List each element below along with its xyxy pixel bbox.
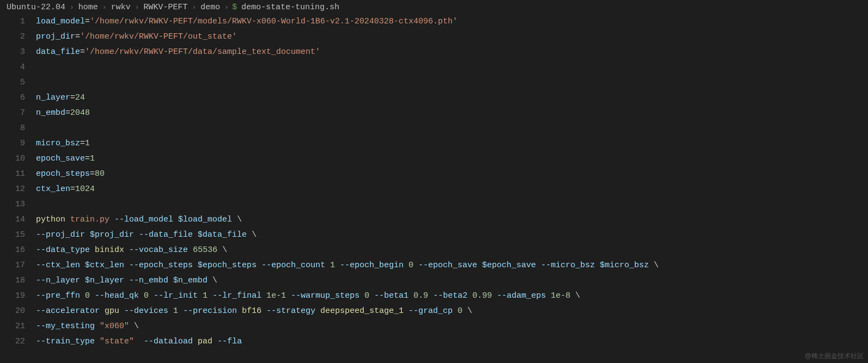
line-number-gutter: 12345678910111213141516171819202122 [0,14,34,363]
line-number: 17 [0,258,25,273]
breadcrumb-item[interactable]: home [76,3,100,12]
code-line[interactable]: n_embd=2048 [36,106,868,121]
line-number: 11 [0,167,25,182]
code-line[interactable]: --n_layer $n_layer --n_embd $n_embd \ [36,273,868,288]
line-number: 4 [0,60,25,75]
chevron-right-icon: › [101,3,108,11]
breadcrumb-item[interactable]: Ubuntu-22.04 [4,3,68,12]
code-line[interactable]: --train_type "state" --dataload pad --fl… [36,334,868,349]
code-line[interactable]: data_file='/home/rwkv/RWKV-PEFT/data/sam… [36,45,868,60]
code-line[interactable]: --ctx_len $ctx_len --epoch_steps $epoch_… [36,258,868,273]
code-line[interactable] [36,75,868,90]
line-number: 10 [0,151,25,167]
line-number: 20 [0,304,25,319]
code-line[interactable] [36,121,868,136]
chevron-right-icon: › [223,3,230,11]
code-line[interactable]: micro_bsz=1 [36,136,868,151]
code-line[interactable]: --data_type binidx --vocab_size 65536 \ [36,243,868,258]
line-number: 15 [0,227,25,243]
breadcrumb-item[interactable]: rwkv [109,3,133,12]
shell-file-icon: $ [231,3,238,12]
line-number: 5 [0,75,25,90]
chevron-right-icon: › [134,3,140,11]
chevron-right-icon: › [69,3,75,11]
code-editor[interactable]: 12345678910111213141516171819202122 load… [0,14,868,363]
watermark-text: @稀土掘金技术社区 [805,352,864,361]
line-number: 1 [0,14,25,29]
breadcrumb-file[interactable]: demo-state-tuning.sh [239,3,341,12]
breadcrumb-item[interactable]: demo [198,3,222,12]
code-line[interactable]: --proj_dir $proj_dir --data_file $data_f… [36,227,868,243]
line-number: 6 [0,90,25,106]
line-number: 18 [0,273,25,288]
code-line[interactable]: proj_dir='/home/rwkv/RWKV-PEFT/out_state… [36,29,868,45]
code-line[interactable]: python train.py --load_model $load_model… [36,212,868,227]
code-line[interactable] [36,60,868,75]
code-line[interactable]: --my_testing "x060" \ [36,319,868,334]
line-number: 7 [0,106,25,121]
line-number: 19 [0,288,25,304]
code-line[interactable]: load_model='/home/rwkv/RWKV-PEFT/models/… [36,14,868,29]
breadcrumb: Ubuntu-22.04 › home › rwkv › RWKV-PEFT ›… [0,0,868,14]
code-line[interactable] [36,197,868,212]
line-number: 2 [0,29,25,45]
line-number: 9 [0,136,25,151]
code-line[interactable]: epoch_save=1 [36,151,868,167]
code-line[interactable]: n_layer=24 [36,90,868,106]
breadcrumb-item[interactable]: RWKV-PEFT [142,3,190,12]
line-number: 3 [0,45,25,60]
line-number: 22 [0,334,25,349]
code-line[interactable]: --accelerator gpu --devices 1 --precisio… [36,304,868,319]
chevron-right-icon: › [191,3,198,11]
code-line[interactable]: epoch_steps=80 [36,167,868,182]
line-number: 13 [0,197,25,212]
line-number: 12 [0,182,25,197]
code-content[interactable]: load_model='/home/rwkv/RWKV-PEFT/models/… [34,14,868,363]
line-number: 16 [0,243,25,258]
code-line[interactable]: ctx_len=1024 [36,182,868,197]
code-line[interactable]: --pre_ffn 0 --head_qk 0 --lr_init 1 --lr… [36,288,868,304]
line-number: 21 [0,319,25,334]
line-number: 8 [0,121,25,136]
line-number: 14 [0,212,25,227]
